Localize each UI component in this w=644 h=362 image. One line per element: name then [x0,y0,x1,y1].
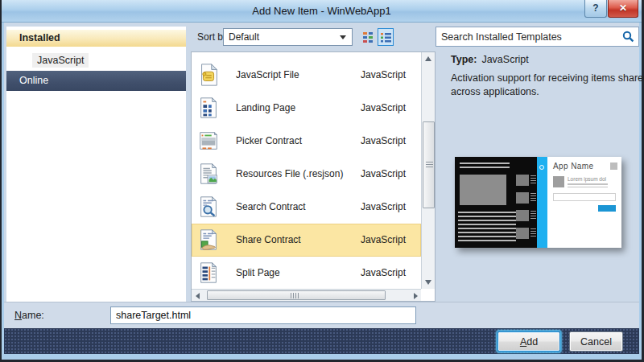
template-name: Share Contract [236,234,301,245]
back-icon [539,165,544,170]
list-item[interactable]: Picker Contract JavaScript [192,125,421,158]
sort-by-value: Default [229,31,259,43]
preview-dark-pane [455,157,537,248]
list-item[interactable]: Split Page JavaScript [192,257,421,289]
resources-file-icon [196,162,221,186]
search-box[interactable] [436,27,639,47]
preview-share-pane: App Name Lorem ipsum dol [547,157,621,248]
scroll-up-icon[interactable] [422,52,436,65]
template-name: Split Page [236,267,280,278]
sort-by-dropdown[interactable]: Default [223,28,353,46]
window-border-bottom [2,354,642,360]
template-name: Resources File (.resjson) [236,168,343,179]
landing-page-icon [196,96,221,120]
close-button[interactable]: ✕ [608,0,638,18]
list-item[interactable]: JavaScript File JavaScript [192,59,421,92]
type-label: Type: [451,54,477,65]
template-list: JavaScript File JavaScript Landing Page … [191,51,436,302]
template-name: JavaScript File [236,69,299,80]
window-title: Add New Item - WinWebApp1 [2,0,642,22]
sidebar-item-online[interactable]: Online [6,71,186,91]
preview-accent-stripe [537,157,547,248]
template-category: JavaScript [361,234,406,245]
share-contract-icon [196,228,221,252]
template-category: JavaScript [361,69,406,80]
name-row: Name: [4,302,639,328]
template-category: JavaScript [361,168,406,179]
list-item[interactable]: Landing Page JavaScript [192,92,421,125]
list-view-icon [381,32,391,43]
template-category: JavaScript [361,102,406,113]
template-list-viewport: JavaScript File JavaScript Landing Page … [192,52,421,289]
chevron-down-icon [340,35,346,39]
sidebar-item-installed[interactable]: Installed [6,30,186,47]
vertical-scrollbar[interactable] [421,52,435,289]
preview-app-name: App Name [553,162,593,171]
template-preview-image: App Name Lorem ipsum dol [455,157,621,248]
medium-icons-icon [363,32,374,43]
search-contract-icon [196,195,221,219]
title-bar[interactable]: Add New Item - WinWebApp1 [2,0,642,23]
medium-icons-view-button[interactable] [360,28,376,46]
template-name: Search Contract [236,201,306,212]
preview-item-title: Lorem ipsum dol [568,176,606,182]
category-sidebar: Installed JavaScript Online [6,27,186,302]
search-input[interactable] [441,28,614,45]
sidebar-item-javascript-label: JavaScript [32,53,89,68]
type-value: JavaScript [481,54,528,65]
template-type-row: Type:JavaScript [451,54,529,65]
name-input[interactable] [110,306,416,324]
javascript-file-icon [196,63,221,87]
scroll-down-icon[interactable] [422,276,436,289]
template-category: JavaScript [361,135,406,146]
template-category: JavaScript [361,201,406,212]
template-description: Activation support for receiving items s… [451,72,644,99]
preview-comment-field [553,193,616,201]
preview-image-placeholder [460,175,506,205]
add-button[interactable]: Add [497,331,560,352]
list-item[interactable]: Search Contract JavaScript [192,191,421,224]
small-icons-view-button[interactable] [378,28,394,46]
picker-contract-icon [196,129,221,153]
horizontal-scrollbar[interactable] [192,289,421,301]
sidebar-item-javascript[interactable]: JavaScript [6,51,186,68]
help-button[interactable]: ? [584,0,607,18]
scroll-right-icon[interactable] [409,290,423,302]
split-page-icon [196,261,221,285]
template-name: Landing Page [236,102,295,113]
name-label: Name: [14,310,44,321]
footer-bar: Add Cancel [4,328,639,354]
scroll-left-icon[interactable] [192,290,205,302]
dialog-body: Installed JavaScript Online Sort by: Def… [4,23,639,302]
cancel-button[interactable]: Cancel [569,331,623,352]
list-item[interactable]: Resources File (.resjson) JavaScript [192,158,421,191]
template-name: Picker Contract [236,135,302,146]
list-item-selected[interactable]: Share Contract JavaScript [192,224,421,257]
vertical-scrollbar-thumb[interactable] [423,121,435,208]
preview-share-button [598,205,616,212]
horizontal-scrollbar-thumb[interactable] [207,290,386,300]
template-category: JavaScript [361,267,406,278]
search-icon[interactable] [622,31,634,43]
